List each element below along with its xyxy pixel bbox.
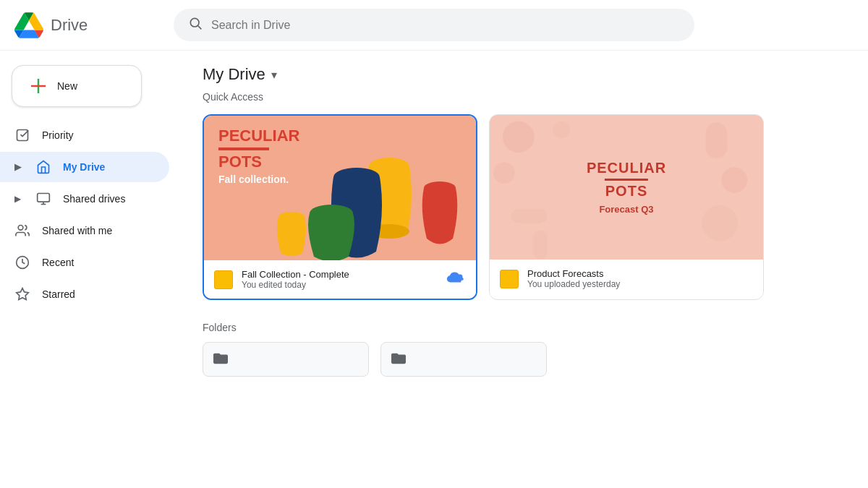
sidebar-item-shared-with-me[interactable]: Shared with me <box>0 215 169 246</box>
folders-label: Folders <box>203 322 846 333</box>
svg-point-8 <box>18 226 23 231</box>
new-button-label: New <box>57 80 77 92</box>
svg-rect-5 <box>38 194 50 202</box>
svg-rect-23 <box>533 231 548 260</box>
file-name-fall: Fall Collection - Complete <box>242 269 437 280</box>
svg-rect-4 <box>17 130 28 141</box>
search-input[interactable] <box>211 19 680 32</box>
svg-point-17 <box>503 121 535 153</box>
quick-access-label: Quick Access <box>203 91 846 103</box>
sidebar-item-label-my-drive: My Drive <box>63 161 105 173</box>
drive-logo-icon <box>14 11 43 40</box>
folder-card-2[interactable] <box>380 342 547 377</box>
new-button[interactable]: New <box>12 65 142 107</box>
sidebar-item-priority[interactable]: Priority <box>0 120 169 150</box>
q3-brand-text: PECULIAR POTS Forecast Q3 <box>587 160 666 215</box>
sidebar-item-label-recent: Recent <box>42 257 74 268</box>
file-card-product-forecasts[interactable]: PECULIAR POTS Forecast Q3 Pro <box>489 114 764 300</box>
vases-illustration <box>244 145 476 260</box>
svg-marker-10 <box>17 288 29 300</box>
file-name-q3: Product Forecasts <box>527 268 753 279</box>
file-card-info-q3: Product Forecasts You uploaded yesterday <box>490 260 763 298</box>
file-thumbnail-fall: PECULIAR POTS Fall collection. <box>204 116 476 260</box>
sidebar-item-my-drive[interactable]: ▶ My Drive <box>0 152 169 182</box>
sidebar-item-label-starred: Starred <box>42 288 75 300</box>
priority-icon <box>14 127 30 143</box>
page-title: My Drive <box>203 65 265 84</box>
sidebar-item-label-shared-with-me: Shared with me <box>42 225 112 236</box>
shared-drives-icon <box>35 191 51 207</box>
sidebar-item-label-priority: Priority <box>42 129 74 141</box>
shared-with-me-icon <box>14 223 30 239</box>
svg-point-22 <box>702 205 738 241</box>
sidebar-item-label-shared-drives: Shared drives <box>63 193 125 205</box>
cloud-sync-icon <box>446 270 466 289</box>
sidebar-item-shared-drives[interactable]: ▶ Shared drives <box>0 184 169 214</box>
logo-area: Drive <box>14 11 159 40</box>
search-bar[interactable] <box>174 9 694 41</box>
folder-icon-2 <box>391 351 406 368</box>
svg-rect-19 <box>705 122 727 158</box>
file-card-info-fall: Fall Collection - Complete You edited to… <box>204 260 476 299</box>
header: Drive <box>0 0 868 51</box>
search-icon <box>188 16 203 34</box>
file-info-fall: Fall Collection - Complete You edited to… <box>242 269 437 290</box>
recent-icon <box>14 254 30 270</box>
sidebar-item-starred[interactable]: Starred <box>0 279 169 309</box>
folder-icon-1 <box>213 351 228 368</box>
new-plus-icon <box>30 77 47 95</box>
file-folder-icon-q3 <box>500 270 519 288</box>
content-area: My Drive ▾ Quick Access PECULIAR POTS Fa… <box>181 51 868 488</box>
folders-grid <box>203 342 846 377</box>
svg-point-20 <box>721 167 747 193</box>
folder-card-1[interactable] <box>203 342 369 377</box>
sidebar: New Priority ▶ My Drive <box>0 51 181 488</box>
starred-icon <box>14 286 30 302</box>
file-card-fall-collection[interactable]: PECULIAR POTS Fall collection. <box>203 114 477 300</box>
file-meta-q3: You uploaded yesterday <box>527 279 753 289</box>
my-drive-chevron-icon: ▶ <box>14 162 21 172</box>
title-chevron-down-icon[interactable]: ▾ <box>271 68 277 82</box>
svg-rect-21 <box>511 209 548 223</box>
file-thumbnail-q3: PECULIAR POTS Forecast Q3 <box>490 115 763 260</box>
svg-point-24 <box>553 121 571 138</box>
svg-line-1 <box>198 26 202 30</box>
main-layout: New Priority ▶ My Drive <box>0 51 868 488</box>
shared-drives-chevron-icon: ▶ <box>14 194 21 204</box>
quick-access-grid: PECULIAR POTS Fall collection. <box>203 114 846 300</box>
app-title: Drive <box>51 16 88 35</box>
file-meta-fall: You edited today <box>242 280 437 290</box>
svg-point-18 <box>493 162 515 184</box>
file-folder-icon-fall <box>214 270 233 289</box>
sidebar-item-recent[interactable]: Recent <box>0 247 169 278</box>
content-title-row: My Drive ▾ <box>203 65 846 84</box>
svg-point-0 <box>190 18 199 27</box>
file-info-q3: Product Forecasts You uploaded yesterday <box>527 268 753 289</box>
my-drive-icon <box>35 159 51 175</box>
